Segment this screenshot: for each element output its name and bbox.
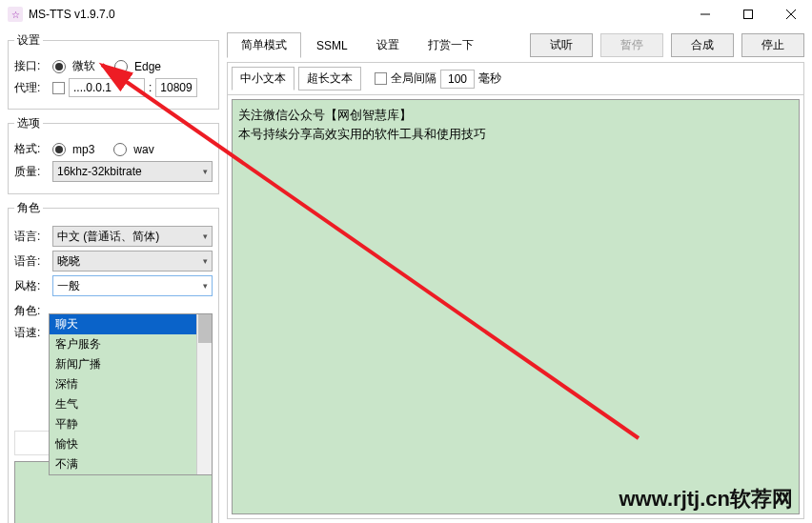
chevron-down-icon: ▾ [203, 256, 208, 266]
subtab-short[interactable]: 中小文本 [232, 67, 294, 91]
pause-button[interactable]: 暂停 [600, 33, 663, 57]
format-label: 格式: [14, 141, 49, 157]
text-content-area[interactable]: 关注微信公众号【网创智慧库】 本号持续分享高效实用的软件工具和使用技巧 [232, 99, 800, 514]
role-legend: 角色 [14, 200, 43, 216]
char-label: 角色: [14, 303, 49, 319]
app-icon: ☆ [8, 7, 23, 22]
lang-select[interactable]: 中文 (普通话、简体)▾ [52, 226, 213, 247]
role-fieldset: 角色 语言: 中文 (普通话、简体)▾ 语音: 晓晓▾ 风格: 一般▾ [8, 200, 219, 523]
minimize-button[interactable] [683, 0, 726, 29]
style-dropdown[interactable]: 聊天客户服务新闻广播深情生气平静愉快不满 [49, 313, 213, 475]
scrollbar-thumb[interactable] [198, 314, 212, 343]
text-line-1: 关注微信公众号【网创智慧库】 [238, 106, 793, 125]
maximize-button[interactable] [726, 0, 769, 29]
dropdown-scrollbar[interactable] [196, 314, 212, 474]
gap-value-input[interactable] [440, 70, 475, 89]
quality-select[interactable]: 16khz-32kbitrate▾ [52, 161, 213, 182]
interface-microsoft-label: 微软 [72, 58, 95, 74]
interface-edge-radio[interactable] [114, 60, 128, 73]
tab-simple[interactable]: 简单模式 [227, 32, 301, 58]
stop-button[interactable]: 停止 [741, 33, 804, 57]
voice-label: 语音: [14, 253, 49, 270]
chevron-down-icon: ▾ [203, 231, 208, 241]
format-mp3-radio[interactable] [52, 143, 66, 156]
settings-legend: 设置 [14, 32, 43, 49]
watermark-text: www.rjtj.cn软荐网 [619, 485, 793, 513]
interface-label: 接口: [14, 58, 49, 74]
proxy-label: 代理: [14, 80, 49, 96]
options-legend: 选项 [14, 115, 43, 131]
style-option[interactable]: 不满 [50, 454, 212, 474]
format-mp3-label: mp3 [72, 143, 94, 156]
settings-fieldset: 设置 接口: 微软 Edge 代理: : [8, 32, 219, 110]
lang-label: 语言: [14, 229, 49, 245]
style-option[interactable]: 新闻广播 [50, 354, 212, 374]
format-wav-radio[interactable] [113, 143, 127, 156]
interface-microsoft-radio[interactable] [52, 60, 66, 73]
preview-button[interactable]: 试听 [530, 33, 593, 57]
chevron-down-icon: ▾ [203, 167, 208, 176]
interface-edge-label: Edge [134, 60, 161, 73]
synth-button[interactable]: 合成 [671, 33, 734, 57]
svg-rect-1 [743, 10, 752, 19]
text-line-2: 本号持续分享高效实用的软件工具和使用技巧 [238, 125, 793, 144]
quality-label: 质量: [14, 164, 49, 180]
tab-reward[interactable]: 打赏一下 [415, 33, 487, 57]
tab-settings[interactable]: 设置 [363, 33, 413, 57]
speed-label: 语速: [14, 325, 49, 341]
style-option[interactable]: 平静 [50, 414, 212, 434]
voice-select[interactable]: 晓晓▾ [52, 251, 213, 272]
style-select[interactable]: 一般▾ [52, 275, 213, 296]
global-gap-checkbox[interactable] [375, 72, 387, 85]
tab-ssml[interactable]: SSML [303, 35, 361, 56]
close-button[interactable] [769, 0, 812, 29]
style-option[interactable]: 聊天 [50, 314, 212, 334]
options-fieldset: 选项 格式: mp3 wav 质量: 16khz-32kbitrate▾ [8, 115, 219, 194]
style-option[interactable]: 深情 [50, 374, 212, 394]
proxy-port-input[interactable] [155, 78, 197, 97]
style-option[interactable]: 愉快 [50, 434, 212, 454]
proxy-host-input[interactable] [69, 78, 145, 97]
ms-label: 毫秒 [478, 70, 501, 87]
format-wav-label: wav [133, 143, 153, 156]
proxy-checkbox[interactable] [52, 82, 65, 94]
style-option[interactable]: 生气 [50, 394, 212, 414]
style-option[interactable]: 客户服务 [50, 334, 212, 354]
subtab-long[interactable]: 超长文本 [298, 67, 361, 91]
global-gap-label: 全局间隔 [391, 70, 436, 87]
style-label: 风格: [14, 278, 49, 294]
window-title: MS-TTS v1.9.7.0 [29, 8, 683, 21]
chevron-down-icon: ▾ [203, 281, 208, 291]
